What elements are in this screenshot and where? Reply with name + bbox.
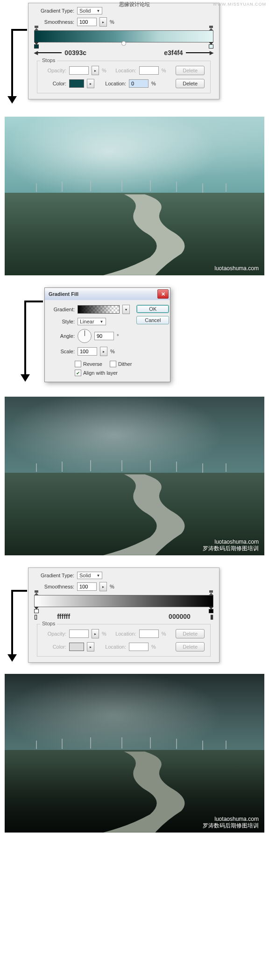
smoothness-stepper[interactable]: ▸ [99, 17, 107, 27]
smoothness-label: Smoothness: [33, 19, 74, 25]
opacity-location-label: Location: [109, 68, 136, 73]
color-stop-delete-button[interactable]: Delete [176, 79, 205, 88]
chevron-down-icon: ▼ [100, 320, 104, 324]
stone-path [5, 193, 264, 275]
gradient-preview-bar[interactable] [34, 595, 213, 607]
chevron-down-icon: ▼ [96, 9, 100, 13]
opacity-location-input [139, 66, 159, 75]
gradient-type-select[interactable]: Solid▼ [77, 7, 102, 14]
marker-icon: ▮ [210, 613, 213, 620]
close-icon: ✕ [161, 291, 165, 297]
opacity-stepper: ▸ [92, 629, 99, 638]
gradient-type-label: Gradient Type: [33, 8, 74, 14]
smoothness-stepper[interactable]: ▸ [99, 582, 107, 591]
color-location-label: Location: [97, 81, 126, 86]
result-image-1: luotaoshuma.com [5, 117, 264, 275]
dither-label: Dither [118, 361, 132, 367]
angle-input[interactable] [94, 332, 114, 340]
cancel-button[interactable]: Cancel [136, 316, 169, 324]
color-label: Color: [43, 644, 66, 650]
gradient-dropdown[interactable]: ▾ [122, 305, 130, 314]
color-stop-left[interactable] [34, 607, 39, 612]
stops-title: Stops [40, 621, 57, 626]
gradient-editor-panel-2: Gradient Type: Solid▼ Smoothness: ▸ % ▯ … [28, 567, 219, 663]
left-hex-code: ffffff [57, 613, 70, 620]
gradient-type-label: Gradient Type: [33, 573, 74, 578]
color-location-input [129, 643, 149, 651]
image-watermark-url: luotaoshuma.com [214, 816, 259, 822]
angle-label: Angle: [50, 333, 75, 339]
gradient-type-select[interactable]: Solid▼ [77, 572, 102, 579]
stops-group: Stops Opacity: ▸ % Location: % Delete Co… [37, 61, 211, 93]
color-stop-left[interactable] [34, 42, 39, 48]
stops-group: Stops Opacity: ▸ % Location: % Delete Co… [37, 624, 211, 657]
site-watermark: WWW.MISSYUAN.COM [213, 2, 266, 7]
ok-button[interactable]: OK [136, 305, 169, 313]
image-watermark-text: 罗涛数码后期修图培训 [203, 822, 259, 830]
right-hex-code: e3f4f4 [164, 49, 183, 56]
style-select[interactable]: Linear▼ [78, 318, 106, 325]
arrow-right-icon: ▸ [210, 48, 213, 57]
left-hex-code: 00393c [64, 49, 86, 56]
degree-label: ° [117, 333, 119, 339]
angle-dial[interactable] [78, 329, 92, 343]
gradient-fill-dialog: Gradient Fill ✕ Gradient: ▾ Style: Linea… [44, 287, 170, 382]
stops-title: Stops [40, 57, 57, 63]
gradient-editor-panel-1: Gradient Type: Solid▼ Smoothness: ▸ % ◂ … [28, 3, 219, 99]
color-picker-dropdown[interactable]: ▸ [87, 79, 94, 88]
opacity-input [69, 66, 89, 75]
scale-label: Scale: [50, 349, 75, 354]
color-location-input[interactable] [129, 79, 149, 88]
scale-stepper[interactable]: ▸ [100, 347, 107, 356]
gradient-preview-bar[interactable] [34, 30, 213, 42]
result-image-3: luotaoshuma.com 罗涛数码后期修图培训 [5, 674, 264, 833]
opacity-stop-delete-button: Delete [176, 629, 205, 638]
smoothness-input[interactable] [77, 18, 97, 26]
opacity-stepper: ▸ [92, 66, 99, 75]
forum-watermark: 思缘设计论坛 [119, 1, 150, 8]
color-location-label: Location: [97, 644, 126, 650]
midpoint-marker[interactable] [120, 40, 127, 47]
gradient-label: Gradient: [50, 307, 75, 312]
opacity-stop-delete-button: Delete [176, 66, 205, 75]
color-stop-delete-button: Delete [176, 642, 205, 651]
image-watermark-url: luotaoshuma.com [214, 539, 259, 545]
smoothness-input[interactable] [77, 582, 97, 591]
color-label: Color: [43, 81, 66, 86]
opacity-label: Opacity: [43, 631, 66, 637]
color-stop-right[interactable] [209, 607, 213, 612]
opacity-label: Opacity: [43, 68, 66, 73]
gradient-preview[interactable] [78, 305, 120, 314]
image-watermark-text: 罗涛数码后期修图培训 [203, 545, 259, 553]
opacity-location-label: Location: [109, 631, 136, 637]
color-picker-dropdown: ▸ [87, 642, 94, 651]
dialog-title: Gradient Fill [49, 291, 78, 297]
scale-input[interactable] [78, 347, 97, 356]
percent-label: % [110, 19, 114, 25]
reverse-label: Reverse [83, 361, 102, 367]
right-hex-code: 000000 [169, 613, 191, 620]
color-stop-right[interactable] [209, 42, 213, 48]
smoothness-label: Smoothness: [33, 584, 74, 589]
align-label: Align with layer [83, 370, 118, 376]
opacity-location-input [139, 630, 159, 638]
image-watermark-url: luotaoshuma.com [214, 265, 259, 272]
arrow-left-icon: ◂ [34, 48, 38, 57]
align-checkbox[interactable]: ✔ [75, 370, 81, 376]
opacity-input [69, 630, 89, 638]
close-button[interactable]: ✕ [157, 289, 169, 299]
color-swatch [69, 643, 84, 651]
color-swatch[interactable] [69, 79, 84, 88]
result-image-2: luotaoshuma.com 罗涛数码后期修图培训 [5, 397, 264, 555]
marker-icon: ▯ [34, 613, 37, 620]
reverse-checkbox[interactable] [75, 361, 81, 367]
style-label: Style: [50, 319, 75, 324]
chevron-down-icon: ▼ [96, 574, 100, 578]
dither-checkbox[interactable] [110, 361, 116, 367]
